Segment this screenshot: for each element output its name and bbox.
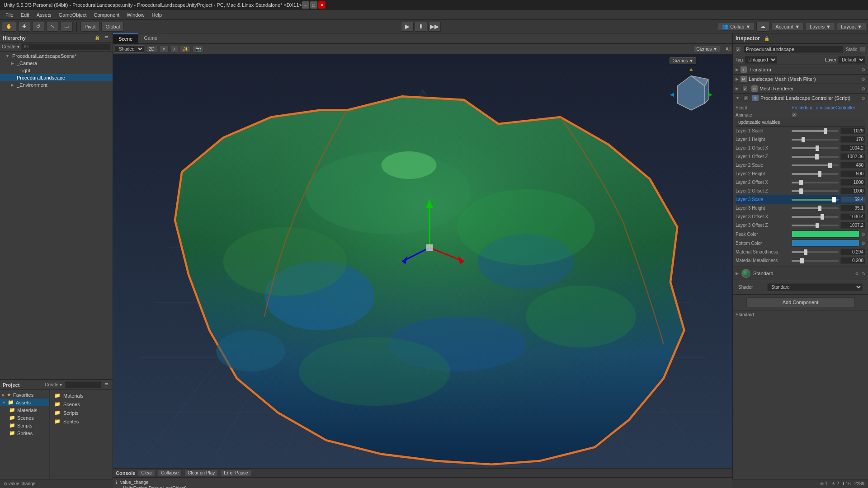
project-favorites[interactable]: ▶ ★ Favorites <box>0 391 49 399</box>
clear-on-play-button[interactable]: Clear on Play <box>184 469 218 476</box>
slider-handle[interactable] <box>816 223 819 228</box>
mesh-renderer-checkbox[interactable] <box>742 86 748 91</box>
layer2-offsetz-input[interactable] <box>840 188 865 194</box>
toolbar-hand-tool[interactable]: ✋ <box>2 22 16 32</box>
project-create-button[interactable]: Create ▾ <box>43 382 63 388</box>
close-button[interactable]: ✕ <box>318 1 326 9</box>
mesh-renderer-settings-icon[interactable]: ⚙ <box>861 86 865 91</box>
hierarchy-menu-button[interactable]: ☰ <box>103 35 110 41</box>
slider-handle[interactable] <box>816 145 819 151</box>
slider-handle[interactable] <box>832 197 836 202</box>
tab-game[interactable]: Game <box>138 33 163 43</box>
menu-file[interactable]: File <box>2 11 17 19</box>
script-settings-icon[interactable]: ⚙ <box>861 96 865 101</box>
layer1-offsetx-slider[interactable] <box>792 147 839 149</box>
slider-handle[interactable] <box>818 206 821 211</box>
peak-color-swatch[interactable] <box>792 230 859 238</box>
toolbar-scale-tool[interactable]: ⤡ <box>46 22 58 32</box>
mat-smoothness-slider[interactable] <box>792 251 839 253</box>
global-button[interactable]: Global <box>101 22 124 32</box>
transform-header[interactable]: ▶ T Transform ⚙ <box>733 65 868 74</box>
layer2-offsetx-slider[interactable] <box>792 182 839 183</box>
collab-button[interactable]: 👥 Collab ▼ <box>718 22 755 31</box>
audio-button[interactable]: ♪ <box>170 46 178 52</box>
slider-handle[interactable] <box>799 188 803 194</box>
layer3-height-input[interactable] <box>840 205 865 211</box>
bottom-color-swatch[interactable] <box>792 239 859 247</box>
slider-handle[interactable] <box>799 180 803 185</box>
hier-landscape[interactable]: ▶ ProceduralLandscape <box>0 74 113 81</box>
asset-materials[interactable]: 📁 Materials <box>52 392 111 399</box>
menu-window[interactable]: Window <box>123 11 148 19</box>
clear-button[interactable]: Clear <box>138 469 155 476</box>
tab-scene[interactable]: Scene <box>113 33 138 43</box>
script-ref-link[interactable]: ProceduralLandscapeController <box>792 105 855 110</box>
menu-component[interactable]: Component <box>90 11 123 19</box>
menu-edit[interactable]: Edit <box>17 11 33 19</box>
layer1-height-slider[interactable] <box>792 139 839 141</box>
animate-checkbox[interactable] <box>792 112 797 117</box>
mesh-filter-settings-icon[interactable]: ⚙ <box>861 77 865 82</box>
bottom-color-settings[interactable]: ⚙ <box>861 241 865 246</box>
hierarchy-lock-button[interactable]: 🔒 <box>93 35 101 41</box>
layer1-scale-slider[interactable] <box>792 130 839 132</box>
account-button[interactable]: Account ▼ <box>771 23 804 31</box>
layer1-scale-input[interactable] <box>840 127 865 134</box>
scene-canvas[interactable]: ▲ ▶ ◀ Gizmos ▼ <box>113 55 732 468</box>
layer1-offsetz-slider[interactable] <box>792 156 839 158</box>
menu-assets[interactable]: Assets <box>33 11 55 19</box>
slider-handle[interactable] <box>800 258 804 263</box>
slider-handle[interactable] <box>802 137 805 142</box>
project-materials[interactable]: 📁 Materials <box>0 406 49 414</box>
toolbar-rect-tool[interactable]: ▭ <box>60 22 73 32</box>
project-scenes[interactable]: 📁 Scenes <box>0 414 49 422</box>
layer2-height-input[interactable] <box>840 170 865 177</box>
gizmos-button[interactable]: Gizmos ▼ <box>693 46 720 52</box>
lighting-button[interactable]: ☀ <box>159 46 169 52</box>
toolbar-move-tool[interactable]: ✚ <box>18 22 30 32</box>
layer3-offsetx-input[interactable] <box>840 213 865 220</box>
hier-light[interactable]: ▶ _Light <box>0 67 113 74</box>
slider-handle[interactable] <box>828 163 832 168</box>
cloud-button[interactable]: ☁ <box>756 22 769 32</box>
static-checkbox[interactable] <box>860 47 865 52</box>
material-settings-icon[interactable]: ⚙ <box>855 271 859 276</box>
layer2-offsetz-slider[interactable] <box>792 190 839 192</box>
step-button[interactable]: ▶▶ <box>428 22 441 32</box>
mesh-filter-header[interactable]: ▶ M Landscape Mesh (Mesh Filter) ⚙ <box>733 75 868 84</box>
mat-metallic-slider[interactable] <box>792 260 839 262</box>
project-assets[interactable]: ▼ 📁 Assets <box>0 399 49 406</box>
layer3-height-slider[interactable] <box>792 207 839 209</box>
pause-button[interactable]: ⏸ <box>415 22 427 32</box>
material-edit-icon[interactable]: ✎ <box>862 271 865 276</box>
layer2-offsetx-input[interactable] <box>840 179 865 186</box>
slider-handle[interactable] <box>821 214 824 220</box>
add-component-button[interactable]: Add Component <box>746 297 854 307</box>
gameobj-active-checkbox[interactable] <box>736 47 741 52</box>
material-arrow[interactable]: ▶ <box>736 271 739 276</box>
layer-select[interactable]: Default <box>838 56 865 64</box>
layer3-scale-input[interactable] <box>840 196 865 203</box>
play-button[interactable]: ▶ <box>401 22 414 32</box>
script-checkbox[interactable] <box>743 95 749 101</box>
mat-smoothness-input[interactable] <box>840 249 865 255</box>
slider-handle[interactable] <box>818 171 821 177</box>
fx-button[interactable]: ✨ <box>180 46 191 52</box>
pivot-button[interactable]: Pivot <box>80 22 99 32</box>
2d-button[interactable]: 2D <box>146 46 157 52</box>
slider-handle[interactable] <box>815 154 819 160</box>
slider-handle[interactable] <box>804 249 807 255</box>
layer3-offsetx-slider[interactable] <box>792 216 839 218</box>
inspector-lock-button[interactable]: 🔒 <box>763 36 771 42</box>
layer3-offsetz-slider[interactable] <box>792 225 839 226</box>
minimize-button[interactable]: ─ <box>302 1 309 9</box>
layer3-offsetz-input[interactable] <box>840 222 865 229</box>
layer1-offsetz-input[interactable] <box>840 153 865 160</box>
layers-button[interactable]: Layers ▼ <box>806 23 835 31</box>
collapse-button[interactable]: Collapse <box>158 469 182 476</box>
shading-select[interactable]: Shaded <box>115 45 144 53</box>
project-scripts[interactable]: 📁 Scripts <box>0 422 49 429</box>
layer2-scale-slider[interactable] <box>792 164 839 166</box>
mesh-renderer-header[interactable]: ▶ R Mesh Renderer ⚙ <box>733 84 868 93</box>
create-label[interactable]: Create <box>2 44 15 49</box>
